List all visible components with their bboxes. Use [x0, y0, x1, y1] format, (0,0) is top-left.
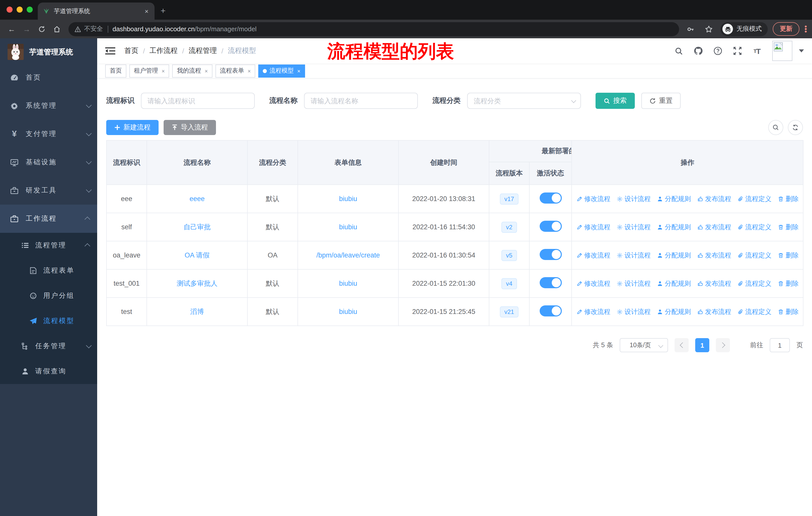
zoom-window-button[interactable]: [27, 6, 33, 12]
delete-process-link[interactable]: 删除: [778, 251, 799, 260]
create-process-button[interactable]: 新建流程: [106, 120, 158, 135]
active-toggle[interactable]: [540, 249, 561, 260]
sidebar-item-task-management[interactable]: 任务管理: [0, 333, 97, 359]
refresh-icon[interactable]: [788, 120, 803, 135]
form-info-link[interactable]: biubiu: [339, 308, 357, 316]
process-definition-link[interactable]: 流程定义: [737, 251, 772, 260]
process-definition-link[interactable]: 流程定义: [737, 307, 772, 316]
deploy-process-link[interactable]: 发布流程: [697, 307, 731, 316]
browser-tab[interactable]: 芋道管理系统 ×: [38, 2, 154, 20]
delete-process-link[interactable]: 删除: [778, 222, 799, 232]
breadcrumb-item[interactable]: 流程管理: [189, 46, 217, 55]
reload-icon[interactable]: [35, 22, 48, 35]
assign-rule-link[interactable]: 分配规则: [657, 222, 691, 232]
sidebar-item-payment[interactable]: ¥ 支付管理: [0, 120, 97, 148]
github-icon[interactable]: [694, 46, 703, 55]
process-name-link[interactable]: OA 请假: [184, 251, 209, 259]
edit-process-link[interactable]: 修改流程: [576, 279, 610, 288]
new-tab-button[interactable]: +: [161, 6, 166, 16]
edit-process-link[interactable]: 修改流程: [576, 194, 610, 203]
process-definition-link[interactable]: 流程定义: [737, 194, 772, 203]
deploy-process-link[interactable]: 发布流程: [697, 251, 731, 260]
tag-close-icon[interactable]: ×: [205, 68, 208, 74]
page-size-select[interactable]: 10条/页: [620, 338, 668, 352]
form-info-link[interactable]: /bpm/oa/leave/create: [316, 251, 380, 259]
process-category-select[interactable]: [467, 93, 581, 109]
deploy-process-link[interactable]: 发布流程: [697, 279, 731, 288]
process-key-input[interactable]: [141, 93, 255, 109]
active-toggle[interactable]: [540, 221, 561, 232]
active-toggle[interactable]: [540, 305, 561, 317]
process-definition-link[interactable]: 流程定义: [737, 222, 772, 232]
sidebar-logo-row[interactable]: 芋道管理系统: [0, 38, 97, 63]
process-name-link[interactable]: 测试多审批人: [177, 279, 218, 287]
sidebar-item-process-form[interactable]: 流程表单: [0, 258, 97, 283]
tag-close-icon[interactable]: ×: [297, 68, 300, 74]
edit-process-link[interactable]: 修改流程: [576, 307, 610, 316]
hide-search-icon[interactable]: [768, 120, 783, 135]
process-name-link[interactable]: 滔博: [190, 308, 204, 315]
assign-rule-link[interactable]: 分配规则: [657, 279, 691, 288]
tag-close-icon[interactable]: ×: [162, 68, 165, 74]
next-page-button[interactable]: [716, 338, 730, 352]
sidebar-item-devtools[interactable]: 研发工具: [0, 176, 97, 205]
breadcrumb-item[interactable]: 工作流程: [149, 46, 178, 55]
reset-button[interactable]: 重置: [641, 93, 680, 109]
sidebar-item-process-model[interactable]: 流程模型: [0, 308, 97, 333]
design-process-link[interactable]: 设计流程: [616, 222, 651, 232]
import-process-button[interactable]: 导入流程: [164, 120, 216, 135]
tag-my-process[interactable]: 我的流程 ×: [172, 64, 212, 77]
tag-process-model[interactable]: 流程模型 ×: [259, 64, 305, 77]
prev-page-button[interactable]: [674, 338, 689, 352]
design-process-link[interactable]: 设计流程: [616, 251, 651, 260]
form-info-link[interactable]: biubiu: [339, 280, 357, 287]
process-category-select-input[interactable]: [467, 93, 581, 109]
update-button[interactable]: 更新: [773, 22, 800, 36]
deploy-process-link[interactable]: 发布流程: [697, 222, 731, 232]
design-process-link[interactable]: 设计流程: [616, 307, 651, 316]
back-icon[interactable]: ←: [5, 22, 18, 35]
tag-tenant[interactable]: 租户管理 ×: [129, 64, 169, 77]
edit-process-link[interactable]: 修改流程: [576, 251, 610, 260]
assign-rule-link[interactable]: 分配规则: [657, 194, 691, 203]
avatar[interactable]: [772, 41, 792, 61]
process-name-link[interactable]: eeee: [190, 195, 205, 202]
minimize-window-button[interactable]: [17, 6, 23, 12]
sidebar-item-home[interactable]: 首页: [0, 63, 97, 92]
sidebar-item-system[interactable]: 系统管理: [0, 92, 97, 120]
browser-menu-icon[interactable]: •••: [805, 25, 807, 33]
collapse-sidebar-icon[interactable]: [105, 47, 115, 55]
tag-close-icon[interactable]: ×: [248, 68, 251, 74]
forward-icon[interactable]: →: [20, 22, 33, 35]
sidebar-item-user-group[interactable]: 用户分组: [0, 283, 97, 308]
active-toggle[interactable]: [540, 192, 561, 203]
process-name-input[interactable]: [304, 93, 418, 109]
key-icon[interactable]: [684, 22, 697, 35]
current-page[interactable]: 1: [695, 338, 709, 352]
fullscreen-icon[interactable]: [733, 46, 742, 55]
edit-process-link[interactable]: 修改流程: [576, 222, 610, 232]
tab-close-icon[interactable]: ×: [144, 7, 149, 15]
process-name-link[interactable]: 自己审批: [183, 223, 211, 230]
help-icon[interactable]: [713, 46, 722, 55]
process-definition-link[interactable]: 流程定义: [737, 279, 772, 288]
search-button[interactable]: 搜索: [596, 93, 635, 109]
assign-rule-link[interactable]: 分配规则: [657, 307, 691, 316]
design-process-link[interactable]: 设计流程: [616, 194, 651, 203]
sidebar-item-leave-query[interactable]: 请假查询: [0, 359, 97, 384]
delete-process-link[interactable]: 删除: [778, 279, 799, 288]
form-info-link[interactable]: biubiu: [339, 195, 357, 202]
sidebar-item-workflow[interactable]: 工作流程: [0, 205, 97, 233]
goto-page-input[interactable]: [770, 338, 790, 352]
font-size-icon[interactable]: TT: [753, 46, 762, 55]
home-icon[interactable]: [50, 22, 63, 35]
breadcrumb-item[interactable]: 首页: [124, 46, 139, 55]
delete-process-link[interactable]: 删除: [778, 194, 799, 203]
active-toggle[interactable]: [540, 277, 561, 288]
deploy-process-link[interactable]: 发布流程: [697, 194, 731, 203]
sidebar-item-process-management[interactable]: 流程管理: [0, 233, 97, 258]
delete-process-link[interactable]: 删除: [778, 307, 799, 316]
tag-home[interactable]: 首页: [105, 64, 126, 77]
design-process-link[interactable]: 设计流程: [616, 279, 651, 288]
avatar-caret-icon[interactable]: [799, 49, 804, 52]
